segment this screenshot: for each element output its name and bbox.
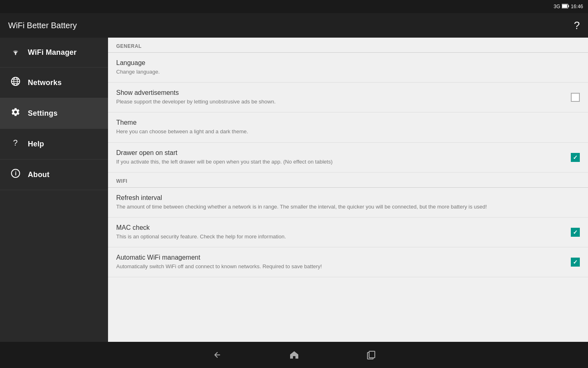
app-title: WiFi Better Battery xyxy=(8,21,77,30)
setting-text-theme: ThemeHere you can choose between a light… xyxy=(116,119,580,135)
recents-button[interactable] xyxy=(361,345,381,365)
setting-text-language: LanguageChange language. xyxy=(116,59,580,76)
sidebar-item-wifi-manager-label: WiFi Manager xyxy=(28,48,77,57)
setting-item-drawer-open-on-start[interactable]: Drawer open on startIf you activate this… xyxy=(108,143,588,173)
setting-description-automatic-wifi-management: Automatically switch WiFi off and connec… xyxy=(116,263,571,270)
setting-description-refresh-interval: The amount of time between checking whet… xyxy=(116,203,580,211)
sidebar-item-about-label: About xyxy=(28,171,50,179)
setting-checkbox-show-advertisements[interactable] xyxy=(571,93,580,102)
sidebar: WiFi Manager Networks Settings xyxy=(0,38,108,342)
section-header-wifi: WIFI xyxy=(108,173,588,188)
help-button[interactable]: ? xyxy=(574,19,580,32)
setting-title-drawer-open-on-start: Drawer open on start xyxy=(116,149,571,157)
signal-indicator: 3G xyxy=(554,4,560,9)
gear-icon xyxy=(10,107,21,119)
setting-text-automatic-wifi-management: Automatic WiFi managementAutomatically s… xyxy=(116,254,571,270)
home-button[interactable] xyxy=(284,345,304,365)
setting-title-theme: Theme xyxy=(116,119,580,126)
setting-checkbox-automatic-wifi-management[interactable] xyxy=(571,258,580,267)
svg-text:i: i xyxy=(15,170,17,177)
setting-item-language[interactable]: LanguageChange language. xyxy=(108,53,588,83)
status-bar: 3G 16:46 xyxy=(0,0,588,13)
setting-item-automatic-wifi-management[interactable]: Automatic WiFi managementAutomatically s… xyxy=(108,247,588,277)
svg-rect-1 xyxy=(568,5,569,7)
time-display: 16:46 xyxy=(571,4,583,9)
setting-description-language: Change language. xyxy=(116,68,580,76)
setting-description-theme: Here you can choose between a light and … xyxy=(116,128,580,135)
battery-icon xyxy=(562,4,569,10)
question-icon: ? xyxy=(10,138,21,150)
setting-item-refresh-interval[interactable]: Refresh intervalThe amount of time betwe… xyxy=(108,188,588,218)
sidebar-item-help[interactable]: ? Help xyxy=(0,129,108,159)
section-header-general: GENERAL xyxy=(108,38,588,53)
setting-description-mac-check: This is an optional security feature. Ch… xyxy=(116,233,571,240)
svg-point-3 xyxy=(15,54,16,55)
main-content: WiFi Manager Networks Settings xyxy=(0,38,588,342)
setting-description-show-advertisements: Please support the developer by letting … xyxy=(116,98,571,105)
setting-item-show-advertisements[interactable]: Show advertisementsPlease support the de… xyxy=(108,83,588,112)
sidebar-item-help-label: Help xyxy=(28,140,44,148)
setting-title-show-advertisements: Show advertisements xyxy=(116,89,571,96)
setting-description-drawer-open-on-start: If you activate this, the left drawer wi… xyxy=(116,158,571,166)
setting-checkbox-drawer-open-on-start[interactable] xyxy=(571,153,580,162)
setting-item-mac-check[interactable]: MAC checkThis is an optional security fe… xyxy=(108,218,588,247)
setting-title-refresh-interval: Refresh interval xyxy=(116,194,580,202)
setting-title-automatic-wifi-management: Automatic WiFi management xyxy=(116,254,571,261)
setting-title-mac-check: MAC check xyxy=(116,224,571,231)
setting-checkbox-mac-check[interactable] xyxy=(571,228,580,237)
settings-panel: GENERALLanguageChange language.Show adve… xyxy=(108,38,588,342)
sidebar-item-about[interactable]: i About xyxy=(0,159,108,190)
back-button[interactable] xyxy=(207,345,227,365)
setting-text-drawer-open-on-start: Drawer open on startIf you activate this… xyxy=(116,149,571,166)
status-icons: 3G 16:46 xyxy=(554,4,583,10)
nav-bar xyxy=(0,342,588,368)
sidebar-item-wifi-manager[interactable]: WiFi Manager xyxy=(0,38,108,67)
sidebar-item-settings[interactable]: Settings xyxy=(0,98,108,129)
setting-item-theme[interactable]: ThemeHere you can choose between a light… xyxy=(108,112,588,142)
sidebar-item-settings-label: Settings xyxy=(28,109,58,118)
svg-rect-13 xyxy=(369,351,375,358)
setting-text-show-advertisements: Show advertisementsPlease support the de… xyxy=(116,89,571,105)
svg-text:?: ? xyxy=(13,138,18,147)
info-icon: i xyxy=(10,168,21,181)
app-bar: WiFi Better Battery ? xyxy=(0,13,588,38)
setting-text-mac-check: MAC checkThis is an optional security fe… xyxy=(116,224,571,240)
globe-icon xyxy=(10,76,21,89)
wifi-icon xyxy=(10,47,21,58)
svg-rect-2 xyxy=(562,4,567,8)
sidebar-item-networks[interactable]: Networks xyxy=(0,67,108,98)
sidebar-item-networks-label: Networks xyxy=(28,79,62,87)
setting-text-refresh-interval: Refresh intervalThe amount of time betwe… xyxy=(116,194,580,211)
setting-title-language: Language xyxy=(116,59,580,67)
